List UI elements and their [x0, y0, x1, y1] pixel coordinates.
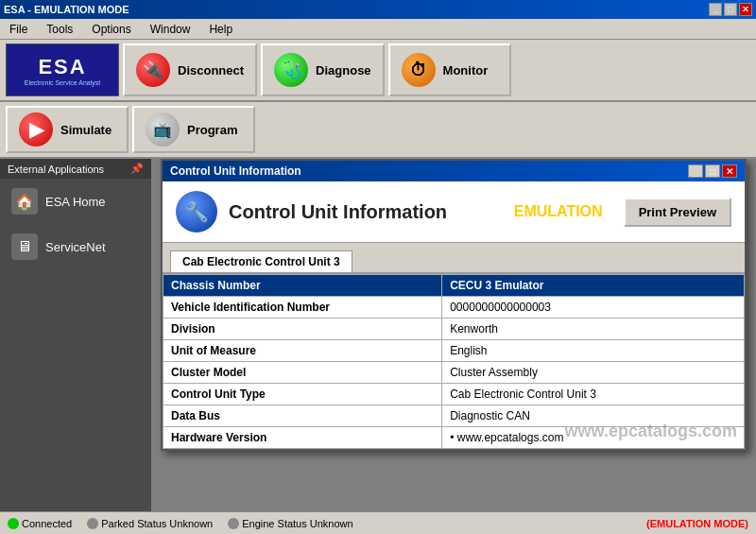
sidebar-label-servicenet: ServiceNet — [45, 240, 106, 254]
parked-dot — [87, 518, 98, 529]
logo-sub: Electronic Service Analyst — [25, 79, 101, 86]
toolbar-row1: ESA Electronic Service Analyst 🔌 Disconn… — [0, 40, 756, 102]
disconnect-button[interactable]: 🔌 Disconnect — [123, 43, 257, 96]
sidebar-pin-icon: 📌 — [130, 163, 144, 175]
disconnect-icon: 🔌 — [136, 53, 170, 87]
title-bar: ESA - EMULATION MODE _ □ ✕ — [0, 0, 756, 19]
toolbar-row2: ▶ Simulate 📺 Program — [0, 102, 756, 159]
engine-label: Engine Status Unknown — [242, 518, 352, 529]
engine-dot — [228, 518, 239, 529]
disconnect-label: Disconnect — [178, 63, 244, 78]
simulate-button[interactable]: ▶ Simulate — [6, 106, 129, 153]
table-cell: Control Unit Type — [163, 384, 442, 405]
table-cell: Unit of Measure — [163, 340, 442, 362]
sidebar: External Applications 📌 🏠 ESA Home 🖥 Ser… — [0, 159, 151, 515]
dialog-minimize-button[interactable]: _ — [688, 164, 703, 178]
program-icon: 📺 — [146, 112, 180, 146]
logo-text: ESA — [38, 55, 86, 79]
monitor-button[interactable]: ⏱ Monitor — [388, 43, 511, 96]
status-bar: Connected Parked Status Unknown Engine S… — [0, 511, 756, 534]
table-cell: Cluster Assembly — [442, 362, 745, 384]
status-connected: Connected — [8, 518, 72, 529]
tab-cecu3[interactable]: Cab Electronic Control Unit 3 — [170, 250, 352, 272]
menu-window[interactable]: Window — [145, 21, 197, 38]
table-row: Cluster ModelCluster Assembly — [163, 362, 745, 384]
menu-options[interactable]: Options — [86, 21, 136, 38]
diagnose-button[interactable]: 🩺 Diagnose — [261, 43, 385, 96]
menu-help[interactable]: Help — [203, 21, 238, 38]
sidebar-item-esa-home[interactable]: 🏠 ESA Home — [0, 179, 151, 224]
status-engine: Engine Status Unknown — [228, 518, 352, 529]
app-title: ESA - EMULATION MODE — [4, 4, 129, 15]
sidebar-label-esa-home: ESA Home — [45, 195, 106, 209]
tab-bar: Cab Electronic Control Unit 3 — [163, 243, 745, 272]
dialog-maximize-button[interactable]: □ — [705, 164, 720, 178]
table-cell: Kenworth — [442, 319, 745, 340]
servicenet-icon: 🖥 — [11, 233, 38, 260]
simulate-label: Simulate — [60, 123, 112, 137]
watermark: www.epcatalogs.com — [565, 422, 737, 441]
col-header-2: CECU 3 Emulator — [442, 275, 745, 297]
table-cell: Cab Electronic Control Unit 3 — [442, 384, 745, 405]
sidebar-header: External Applications 📌 — [0, 159, 151, 179]
sidebar-title: External Applications — [8, 164, 104, 175]
table-cell: Hardware Version — [163, 427, 442, 449]
col-header-1: Chassis Number — [163, 275, 442, 297]
dialog-title-bar: Control Unit Information _ □ ✕ — [163, 161, 745, 181]
close-button[interactable]: ✕ — [739, 3, 752, 16]
dialog-heading: Control Unit Information — [229, 201, 503, 223]
control-unit-dialog: Control Unit Information _ □ ✕ 🔧 Control… — [161, 159, 747, 451]
dialog-icon: 🔧 — [176, 191, 217, 233]
table-cell: Vehicle Identification Number — [163, 297, 442, 319]
menu-file[interactable]: File — [4, 21, 33, 38]
menu-bar: File Tools Options Window Help — [0, 19, 756, 40]
minimize-button[interactable]: _ — [709, 3, 722, 16]
table-cell: Division — [163, 319, 442, 340]
menu-tools[interactable]: Tools — [41, 21, 78, 38]
dialog-controls[interactable]: _ □ ✕ — [688, 164, 737, 178]
table-cell: Cluster Model — [163, 362, 442, 384]
diagnose-label: Diagnose — [316, 63, 371, 78]
diagnose-icon: 🩺 — [274, 53, 308, 87]
table-row: Control Unit TypeCab Electronic Control … — [163, 384, 745, 405]
dialog-title-text: Control Unit Information — [170, 164, 301, 178]
sidebar-item-servicenet[interactable]: 🖥 ServiceNet — [0, 224, 151, 269]
status-parked: Parked Status Unknown — [87, 518, 213, 529]
emulation-mode-label: (EMULATION MODE) — [646, 518, 748, 529]
main-area: External Applications 📌 🏠 ESA Home 🖥 Ser… — [0, 159, 756, 515]
monitor-icon: ⏱ — [402, 53, 436, 87]
simulate-icon: ▶ — [19, 112, 53, 146]
title-bar-controls[interactable]: _ □ ✕ — [709, 3, 752, 16]
emulation-badge: EMULATION — [514, 203, 603, 220]
connected-dot — [8, 518, 19, 529]
table-row: DivisionKenworth — [163, 319, 745, 340]
table-row: Vehicle Identification Number00000000000… — [163, 297, 745, 319]
connected-label: Connected — [22, 518, 72, 529]
table-row: Unit of MeasureEnglish — [163, 340, 745, 362]
maximize-button[interactable]: □ — [724, 3, 737, 16]
table-cell: English — [442, 340, 745, 362]
monitor-label: Monitor — [443, 63, 489, 78]
dialog-header: 🔧 Control Unit Information EMULATION Pri… — [163, 181, 745, 243]
dialog-close-button[interactable]: ✕ — [722, 164, 737, 178]
program-button[interactable]: 📺 Program — [132, 106, 255, 153]
table-cell: 0000000000000003 — [442, 297, 745, 319]
content-area: Control Unit Information _ □ ✕ 🔧 Control… — [151, 159, 756, 515]
table-cell: Data Bus — [163, 405, 442, 427]
home-icon: 🏠 — [11, 188, 38, 215]
table-header-row: Chassis Number CECU 3 Emulator — [163, 275, 745, 297]
parked-label: Parked Status Unknown — [101, 518, 213, 529]
print-preview-button[interactable]: Print Preview — [624, 198, 731, 227]
logo: ESA Electronic Service Analyst — [6, 43, 119, 96]
program-label: Program — [187, 123, 237, 137]
